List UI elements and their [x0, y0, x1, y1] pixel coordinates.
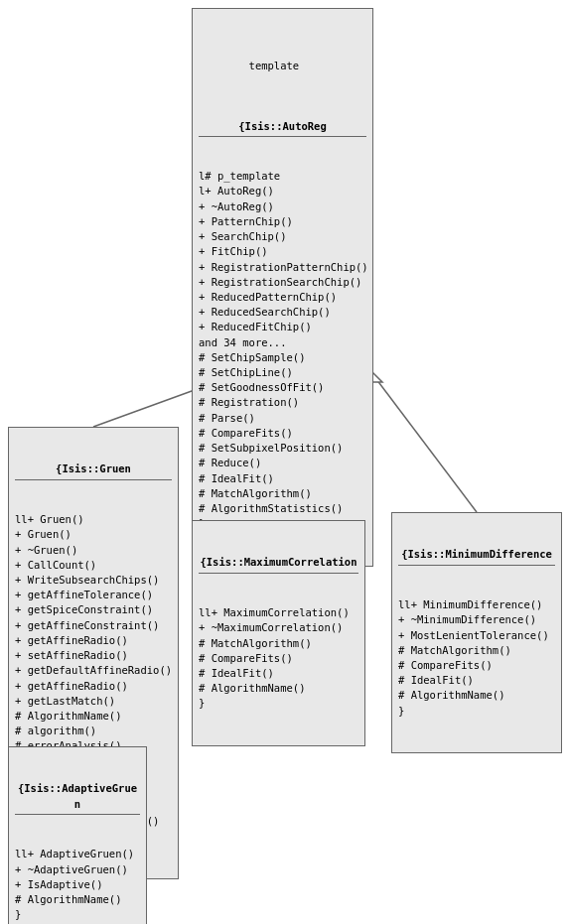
maxcorr-box: {Isis::MaximumCorrelation ll+ MaximumCor… [192, 520, 365, 746]
adaptivegruen-lines: ll+ AdaptiveGruen() + ~AdaptiveGruen() +… [15, 847, 140, 922]
maxcorr-lines: ll+ MaximumCorrelation() + ~MaximumCorre… [199, 605, 358, 712]
adaptivegruen-box: {Isis::AdaptiveGruen ll+ AdaptiveGruen()… [8, 746, 147, 924]
autoreg-box: template {Isis::AutoReg l# p_template l+… [192, 8, 373, 567]
mindiff-title: {Isis::MinimumDifference [398, 547, 555, 565]
autoreg-title: {Isis::AutoReg [199, 119, 366, 137]
template-badge: template [249, 60, 300, 71]
diagram-container: template {Isis::AutoReg l# p_template l+… [0, 0, 570, 924]
mindiff-box: {Isis::MinimumDifference ll+ MinimumDiff… [391, 512, 562, 753]
svg-line-4 [373, 375, 477, 512]
gruen-title: {Isis::Gruen [15, 462, 172, 479]
adaptivegruen-title: {Isis::AdaptiveGruen [15, 781, 140, 814]
autoreg-lines: l# p_template l+ AutoReg() + ~AutoReg() … [199, 169, 366, 531]
mindiff-lines: ll+ MinimumDifference() + ~MinimumDiffer… [398, 597, 555, 719]
maxcorr-title: {Isis::MaximumCorrelation [199, 555, 358, 573]
